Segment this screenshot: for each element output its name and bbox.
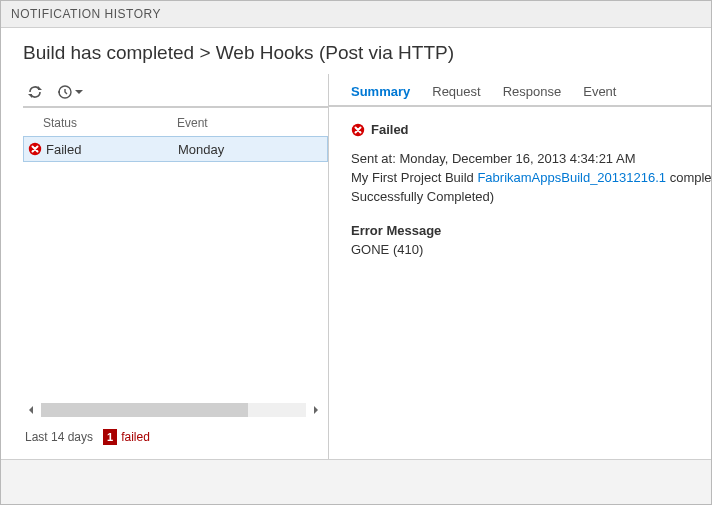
grid-body: Failed Monday	[23, 136, 328, 401]
msg-prefix: My First Project Build	[351, 170, 477, 185]
list-toolbar	[23, 74, 328, 108]
tab-event[interactable]: Event	[583, 84, 616, 99]
failed-count-badge: 1	[103, 429, 117, 445]
detail-pane: Summary Request Response Event Failed Se…	[329, 74, 711, 459]
error-icon	[351, 123, 365, 137]
error-icon	[28, 142, 42, 156]
window-title: NOTIFICATION HISTORY	[1, 1, 711, 28]
sent-at-line: Sent at: Monday, December 16, 2013 4:34:…	[351, 150, 711, 169]
column-header-event[interactable]: Event	[173, 116, 328, 130]
scrollbar-thumb[interactable]	[41, 403, 248, 417]
refresh-icon[interactable]	[27, 84, 43, 100]
status-text: Failed	[46, 142, 81, 157]
detail-status-label: Failed	[371, 121, 409, 140]
column-header-status[interactable]: Status	[23, 116, 173, 130]
build-link[interactable]: FabrikamAppsBuild_20131216.1	[477, 170, 666, 185]
horizontal-scrollbar[interactable]	[23, 401, 324, 419]
sent-prefix: Sent at:	[351, 151, 399, 166]
breadcrumb: Build has completed > Web Hooks (Post vi…	[1, 28, 711, 74]
grid-header: Status Event	[23, 108, 328, 136]
scroll-left-icon[interactable]	[23, 402, 39, 418]
range-label: Last 14 days	[25, 430, 93, 444]
message-line-1: My First Project Build FabrikamAppsBuild…	[351, 169, 711, 188]
tab-request[interactable]: Request	[432, 84, 480, 99]
tab-response[interactable]: Response	[503, 84, 562, 99]
error-body: GONE (410)	[351, 241, 711, 260]
failed-summary: 1 failed	[103, 429, 150, 445]
scroll-right-icon[interactable]	[308, 402, 324, 418]
detail-body: Failed Sent at: Monday, December 16, 201…	[329, 107, 711, 260]
chevron-down-icon	[75, 88, 83, 96]
list-footer: Last 14 days 1 failed	[23, 419, 328, 459]
message-line-2: Successfully Completed)	[351, 188, 711, 207]
event-cell: Monday	[174, 142, 327, 157]
failed-label: failed	[121, 430, 150, 444]
msg-suffix-1: completed (Status:	[666, 170, 711, 185]
window-footer	[1, 459, 711, 504]
tab-summary[interactable]: Summary	[351, 84, 410, 99]
error-heading: Error Message	[351, 222, 711, 241]
history-dropdown[interactable]	[57, 84, 83, 100]
sent-time: Monday, December 16, 2013 4:34:21 AM	[399, 151, 635, 166]
notification-history-window: NOTIFICATION HISTORY Build has completed…	[0, 0, 712, 505]
detail-tabs: Summary Request Response Event	[329, 74, 711, 107]
detail-status: Failed	[351, 121, 711, 140]
table-row[interactable]: Failed Monday	[23, 136, 328, 162]
scrollbar-track[interactable]	[41, 403, 306, 417]
content-area: Status Event Failed Monday	[1, 74, 711, 459]
history-list-pane: Status Event Failed Monday	[1, 74, 329, 459]
status-cell: Failed	[24, 142, 174, 157]
history-icon	[57, 84, 73, 100]
